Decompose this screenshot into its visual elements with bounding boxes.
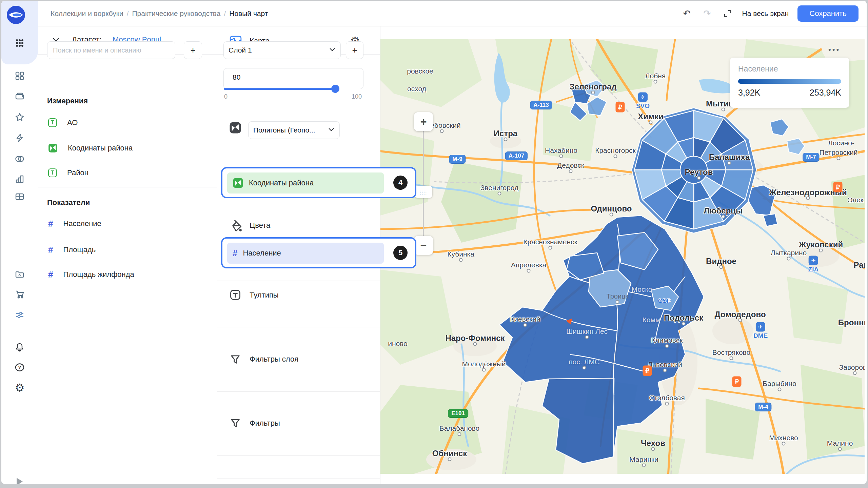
map-town-dot — [853, 371, 857, 375]
map-town-dot — [665, 402, 669, 406]
marketplace-cart-icon[interactable] — [14, 288, 25, 300]
add-field-button[interactable]: + — [184, 41, 202, 59]
map-town-label: Подольск — [664, 313, 703, 323]
ruble-poi-icon: ₽ — [833, 182, 843, 192]
map-town-dot — [549, 246, 552, 250]
apps-grid-icon[interactable] — [14, 37, 25, 49]
number-field-icon: # — [48, 245, 53, 254]
map-town-label: Шишкин Лес — [566, 327, 608, 336]
chevron-down-icon — [328, 126, 335, 135]
geopolygon-field-pill[interactable]: Коодинаты района — [227, 172, 384, 194]
map-town-label: Малино — [827, 439, 853, 447]
help-icon[interactable]: ? — [14, 362, 25, 373]
map-town-label: Климовск — [651, 336, 683, 344]
airport-code: SVO — [636, 102, 650, 110]
map-town-label: Лыткарино — [771, 249, 807, 257]
measure-row[interactable]: # Площадь — [48, 245, 96, 254]
tables-icon[interactable] — [14, 191, 25, 202]
map-town-label: Видное — [706, 257, 736, 266]
map-town-label: Маринки — [629, 455, 658, 464]
map-town-label: Апрелевка — [511, 261, 546, 269]
zoom-drag-handle[interactable]: :::::::: — [415, 186, 432, 198]
number-field-icon: # — [233, 249, 237, 258]
tooltips-section-title: Тултипы — [250, 291, 279, 300]
airport-code: DME — [753, 332, 768, 340]
colors-section-icon — [229, 219, 242, 233]
add-layer-button[interactable]: + — [346, 41, 363, 59]
dimension-label: Коодинаты района — [68, 144, 133, 152]
dimension-row[interactable]: Коодинаты района — [48, 143, 133, 153]
legend-min-value: 3,92K — [738, 88, 760, 98]
map-town-dot — [738, 319, 742, 322]
measure-label: Население — [63, 219, 101, 228]
map-town-dot — [482, 368, 486, 372]
opacity-knob[interactable] — [331, 85, 339, 93]
zoom-in-button[interactable]: + — [414, 112, 433, 131]
colors-field-pill[interactable]: # Население — [227, 243, 384, 264]
expand-rail-button[interactable] — [14, 476, 25, 484]
top-bar: Коллекции и воркбуки / Практические руко… — [38, 1, 867, 26]
save-button[interactable]: Сохранить — [797, 5, 859, 22]
map-canvas[interactable]: ЗеленоградЛобняровскоеосходГлебовскийИст… — [380, 39, 865, 474]
tooltips-section-icon — [229, 289, 241, 302]
layer-select[interactable]: Слой 1 — [223, 41, 341, 59]
fullscreen-label[interactable]: На весь экран — [742, 9, 789, 18]
connections-bolt-icon[interactable] — [14, 132, 25, 144]
map-town-label: Бронни — [838, 318, 865, 327]
map-town-dot — [697, 176, 701, 180]
zoom-out-button[interactable]: − — [414, 236, 433, 255]
airport-label: ✈SVO — [636, 93, 650, 110]
dimensions-title: Измерения — [47, 97, 88, 105]
measure-row[interactable]: # Население — [48, 219, 101, 228]
breadcrumb-workbook[interactable]: Практические руководства — [132, 9, 220, 18]
layer-opacity-slider[interactable]: 80 — [223, 68, 363, 89]
map-town-dot — [585, 336, 589, 339]
map-town-dot — [527, 269, 531, 273]
map-more-menu-icon[interactable]: ••• — [828, 45, 840, 54]
geopolygon-field-icon — [48, 143, 58, 153]
map-town-label: Чехов — [641, 439, 665, 448]
map-town-label: Кубинка — [447, 250, 474, 258]
dimension-row[interactable]: Т АО — [48, 118, 78, 127]
map-town-label: Заворово — [839, 363, 865, 371]
app-window: ? ⚙ Коллекции и воркбуки / Практические … — [1, 1, 867, 484]
breadcrumb-separator: / — [224, 9, 226, 18]
airport-label: ✈DME — [753, 322, 768, 340]
settings-gear-icon[interactable]: ⚙ — [14, 382, 25, 393]
measure-row[interactable]: # Площадь жилфонда — [48, 270, 134, 279]
charts-icon[interactable] — [14, 173, 25, 185]
legend-gradient-bar — [738, 79, 841, 84]
redo-icon[interactable]: ↷ — [702, 8, 713, 19]
datasets-icon[interactable] — [14, 153, 25, 165]
map-town-dot — [651, 447, 655, 451]
map-town-dot — [682, 322, 686, 326]
dimension-row[interactable]: Т Район — [48, 168, 88, 177]
notifications-bell-icon[interactable] — [14, 341, 25, 353]
filters-title: Фильтры — [250, 419, 280, 428]
dashboards-icon[interactable] — [14, 70, 25, 82]
storage-folder-icon[interactable] — [14, 268, 25, 280]
breadcrumb-separator: / — [127, 9, 129, 18]
services-sliders-icon[interactable] — [14, 309, 25, 321]
panel-divider — [217, 455, 380, 456]
datalens-logo-icon[interactable] — [7, 5, 25, 24]
search-input[interactable] — [47, 41, 175, 59]
map-town-label: Рам — [854, 260, 865, 270]
favorites-star-icon[interactable] — [14, 111, 25, 123]
map-town-dot — [787, 257, 791, 261]
fullscreen-icon[interactable] — [722, 8, 733, 19]
legend-max-value: 253,94K — [810, 88, 841, 98]
collections-icon[interactable] — [14, 90, 25, 102]
map-town-dot — [728, 161, 731, 165]
geopolygon-type-select[interactable]: Полигоны (Геопо... — [248, 121, 340, 139]
measure-label: Площадь — [63, 245, 96, 254]
map-town-dot — [778, 388, 782, 391]
map-town-label: Люберцы — [704, 206, 743, 216]
breadcrumb-collections[interactable]: Коллекции и воркбуки — [51, 9, 123, 18]
map-town-dot — [782, 442, 786, 446]
svg-text:?: ? — [18, 365, 21, 370]
dimension-label: Район — [67, 168, 88, 177]
undo-icon[interactable]: ↶ — [681, 8, 693, 19]
map-town-label: Истра — [494, 129, 517, 138]
map-town-label: осход — [407, 85, 426, 93]
